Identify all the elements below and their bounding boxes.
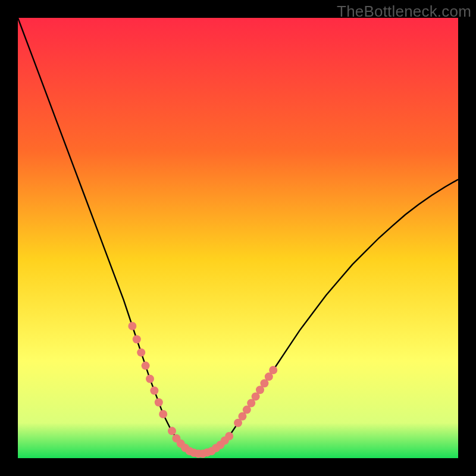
curve-dot [142, 362, 150, 370]
curve-dot [146, 375, 154, 383]
curve-dot [225, 432, 233, 440]
gradient-background [18, 18, 458, 458]
watermark-text: TheBottleneck.com [337, 2, 471, 21]
bottleneck-chart [18, 18, 458, 458]
curve-dot [159, 410, 167, 418]
curve-dot [150, 387, 158, 395]
curve-dot [137, 348, 145, 356]
curve-dot [168, 427, 176, 435]
curve-dot [133, 335, 141, 343]
curve-dot [128, 322, 136, 330]
curve-dot [269, 366, 277, 374]
curve-dot [155, 398, 163, 406]
